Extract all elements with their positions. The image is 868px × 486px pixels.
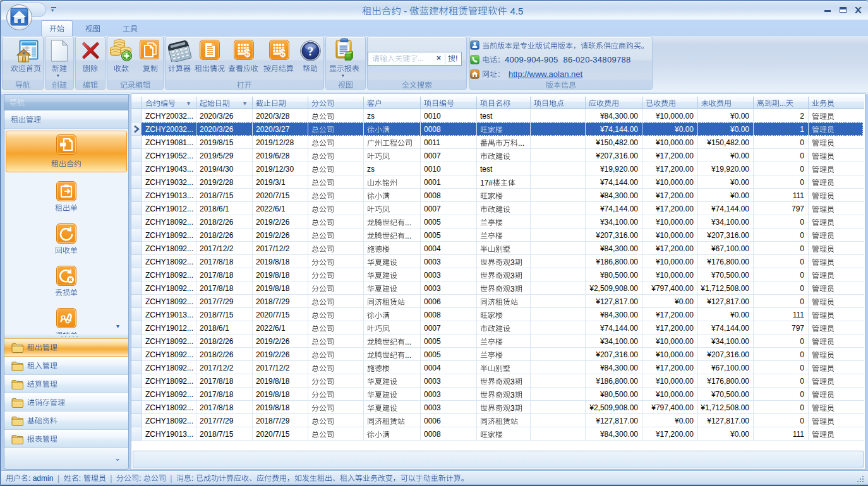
svg-text:?: ?	[308, 45, 314, 58]
svg-text:$: $	[280, 47, 286, 59]
svg-text:$: $	[244, 47, 251, 59]
